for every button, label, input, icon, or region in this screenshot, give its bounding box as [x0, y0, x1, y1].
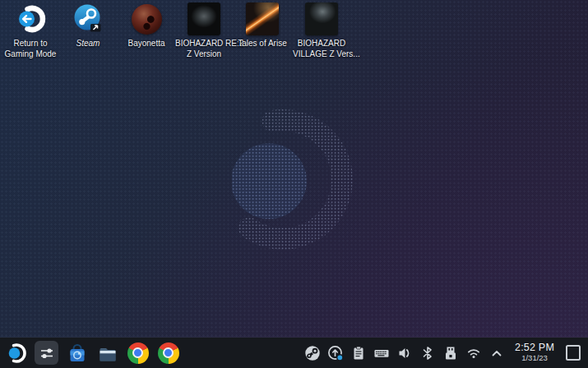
bluetooth-tray-button[interactable] [418, 343, 437, 363]
desktop-icon-label: Tales of Arise [234, 39, 291, 49]
chrome-window-button-2[interactable] [156, 341, 180, 365]
desktop-wallpaper: Return to Gaming Mode Steam [0, 0, 588, 338]
sliders-icon [35, 342, 58, 365]
volume-tray-button[interactable] [395, 343, 414, 363]
usb-device-icon [442, 344, 460, 362]
return-to-gaming-mode-icon [2, 2, 59, 35]
virtual-keyboard-tray-button[interactable] [372, 343, 391, 363]
desktop-icon-bayonetta[interactable]: Bayonetta [118, 2, 175, 49]
steam-icon [59, 2, 117, 35]
digital-clock[interactable]: 2:52 PM 1/31/23 [510, 342, 559, 362]
discover-bag-icon [67, 342, 88, 364]
show-desktop-button[interactable] [566, 345, 581, 361]
desktop-icon-label: Gaming Mode [2, 49, 59, 60]
biohazard-village-icon [293, 2, 350, 35]
chevron-up-icon [489, 346, 504, 361]
clock-time: 2:52 PM [515, 342, 554, 354]
desktop-icon-label: Steam [59, 39, 117, 49]
steam-deck-logo-icon [6, 342, 27, 364]
desktop-icon-biohazard-village[interactable]: BIOHAZARD VILLAGE Z Vers... [293, 2, 350, 59]
wifi-tray-button[interactable] [464, 343, 483, 363]
desktop-icon-tales-of-arise[interactable]: Tales of Arise [234, 2, 291, 49]
chrome-window-button[interactable] [126, 341, 150, 365]
steam-deck-watermark-icon [232, 105, 355, 270]
system-tray: 2:52 PM 1/31/23 [303, 342, 588, 362]
desktop-icon-label: BIOHAZARD RE:2 [175, 39, 233, 49]
desktop-icon-biohazard-re2[interactable]: BIOHAZARD RE:2 Z Version [175, 2, 233, 59]
expand-tray-button[interactable] [487, 343, 506, 363]
desktop-icon-return-to-gaming-mode[interactable]: Return to Gaming Mode [2, 2, 59, 59]
chrome-icon [127, 342, 149, 364]
folder-icon [97, 342, 118, 364]
removable-devices-tray-button[interactable] [441, 343, 460, 363]
desktop-icon-steam[interactable]: Steam [59, 2, 117, 49]
file-manager-button[interactable] [95, 341, 119, 365]
clipboard-icon [350, 344, 368, 362]
wifi-icon [465, 344, 483, 362]
steam-tray-button[interactable] [303, 343, 322, 363]
task-settings-button[interactable] [35, 341, 58, 365]
bayonetta-icon [118, 2, 175, 35]
updates-tray-button[interactable] [326, 343, 345, 363]
tales-of-arise-icon [234, 2, 291, 35]
desktop-icon-label: Return to [2, 39, 59, 49]
chrome-icon [158, 342, 179, 364]
steam-tray-icon [303, 344, 322, 362]
desktop-icon-label: BIOHAZARD [293, 39, 350, 49]
clock-date: 1/31/23 [521, 354, 548, 362]
desktop-icon-label: Bayonetta [118, 39, 175, 49]
desktop-icon-label: Z Version [175, 49, 233, 60]
discover-store-button[interactable] [65, 341, 89, 365]
biohazard-re2-icon [175, 2, 233, 35]
speaker-icon [396, 344, 414, 362]
software-updates-icon [326, 344, 345, 362]
taskbar: 2:52 PM 1/31/23 [0, 338, 588, 368]
keyboard-icon [373, 344, 391, 362]
application-launcher-button[interactable] [4, 341, 28, 365]
bluetooth-icon [420, 344, 435, 362]
desktop-icon-label: VILLAGE Z Vers... [293, 49, 350, 60]
taskbar-launchers [0, 341, 180, 365]
clipboard-tray-button[interactable] [349, 343, 368, 363]
